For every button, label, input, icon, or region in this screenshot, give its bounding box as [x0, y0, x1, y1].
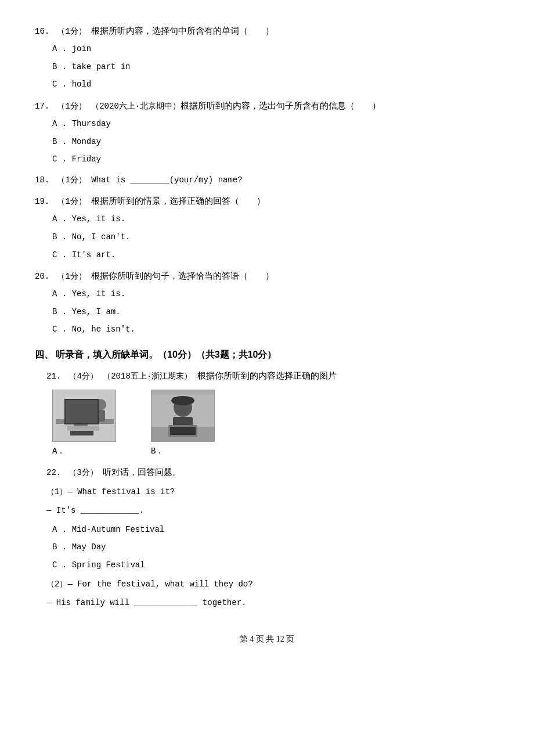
question-19: 19. （1分） 根据所听到的情景，选择正确的回答（ ） A . Yes, it… [35, 193, 499, 262]
image-item-b: B． [151, 390, 215, 459]
q17-text: 根据所听到的内容，选出句子所含有的信息（ ） [181, 98, 381, 114]
section-4-header: 四、 听录音，填入所缺单词。（10分）（共3题；共10分） [35, 349, 499, 361]
q22-sub1-answer: — It's ____________. [46, 503, 499, 519]
question-21: 21. （4分） （2018五上·浙江期末） 根据你所听到的内容选择正确的图片 [35, 368, 499, 459]
q19-score: （1分） [52, 195, 91, 209]
q19-number: 19. [35, 195, 52, 209]
q16-number: 16. [35, 24, 52, 39]
question-17: 17. （1分） （2020六上·北京期中） 根据所听到的内容，选出句子所含有的… [35, 98, 499, 167]
svg-rect-4 [78, 419, 83, 424]
section-4-number: 四、 [35, 349, 53, 361]
q22-sub2-answer: — His family will _____________ together… [46, 595, 499, 611]
q17-score: （1分） （2020六上·北京期中） [52, 99, 181, 114]
q16-score: （1分） [52, 24, 91, 39]
q22-score: （3分） [64, 466, 103, 480]
svg-rect-6 [67, 426, 99, 431]
q17-option-a: A . Thursday [52, 116, 499, 132]
question-20: 20. （1分） 根据你所听到的句子，选择恰当的答语（ ） A . Yes, i… [35, 268, 499, 337]
q16-option-a: A . join [52, 41, 499, 57]
svg-rect-13 [173, 397, 193, 403]
q22-sub1-option-b: B . May Day [52, 539, 499, 555]
q19-option-c: C . It's art. [52, 247, 499, 263]
q19-option-a: A . Yes, it is. [52, 211, 499, 227]
q16-text: 根据所听内容，选择句中所含有的单词（ ） [91, 23, 274, 39]
image-a-label: A． [52, 444, 65, 459]
svg-rect-5 [74, 423, 88, 426]
q20-text: 根据你所听到的句子，选择恰当的答语（ ） [91, 268, 274, 284]
q21-text: 根据你所听到的内容选择正确的图片 [197, 368, 337, 384]
svg-rect-16 [170, 427, 196, 435]
svg-rect-1 [56, 419, 114, 424]
svg-rect-2 [64, 399, 96, 419]
q20-option-a: A . Yes, it is. [52, 286, 499, 302]
q21-images: A． [52, 390, 499, 459]
svg-rect-3 [66, 401, 95, 417]
q20-option-b: B . Yes, I am. [52, 304, 499, 320]
q17-option-c: C . Friday [52, 152, 499, 167]
q17-number: 17. [35, 99, 52, 114]
image-b-graphic [151, 390, 214, 441]
q20-option-c: C . No, he isn't. [52, 322, 499, 337]
page-footer: 第 4 页 共 12 页 [35, 634, 499, 645]
question-16: 16. （1分） 根据所听内容，选择句中所含有的单词（ ） A . join B… [35, 23, 499, 92]
q20-number: 20. [35, 269, 52, 284]
image-b-svg [151, 395, 215, 441]
q18-text: What is ________(your/my) name? [91, 173, 242, 188]
image-item-a: A． [52, 390, 116, 459]
svg-rect-8 [96, 410, 105, 422]
q20-score: （1分） [52, 269, 91, 284]
image-b [151, 390, 215, 442]
q18-score: （1分） [52, 173, 91, 188]
image-a-graphic [53, 390, 116, 441]
q19-text: 根据所听到的情景，选择正确的回答（ ） [91, 193, 265, 209]
q16-option-c: C . hold [52, 77, 499, 92]
image-a [52, 390, 116, 442]
svg-point-7 [95, 399, 106, 411]
image-a-svg [53, 390, 116, 442]
q21-score: （4分） （2018五上·浙江期末） [64, 369, 197, 384]
image-b-label: B． [151, 444, 164, 459]
section-4-title: 听录音，填入所缺单词。（10分）（共3题；共10分） [56, 349, 277, 361]
q22-text: 听对话，回答问题。 [103, 465, 181, 480]
question-22: 22. （3分） 听对话，回答问题。 （1）— What festival is… [35, 465, 499, 610]
q16-option-b: B . take part in [52, 59, 499, 75]
q22-sub1-option-a: A . Mid-Autumn Festival [52, 522, 499, 538]
q19-option-b: B . No, I can't. [52, 229, 499, 245]
footer-text: 第 4 页 共 12 页 [240, 635, 295, 643]
q17-option-b: B . Monday [52, 134, 499, 150]
q22-sub1-option-c: C . Spring Festival [52, 557, 499, 573]
q22-sub2-question: （2）— For the festival, what will they do… [46, 577, 499, 592]
q22-number: 22. [46, 466, 64, 480]
question-18: 18. （1分） What is ________(your/my) name? [35, 173, 499, 188]
q18-number: 18. [35, 173, 52, 188]
q21-number: 21. [46, 369, 64, 384]
svg-rect-0 [53, 390, 116, 442]
q22-sub1-question: （1）— What festival is it? [46, 484, 499, 500]
